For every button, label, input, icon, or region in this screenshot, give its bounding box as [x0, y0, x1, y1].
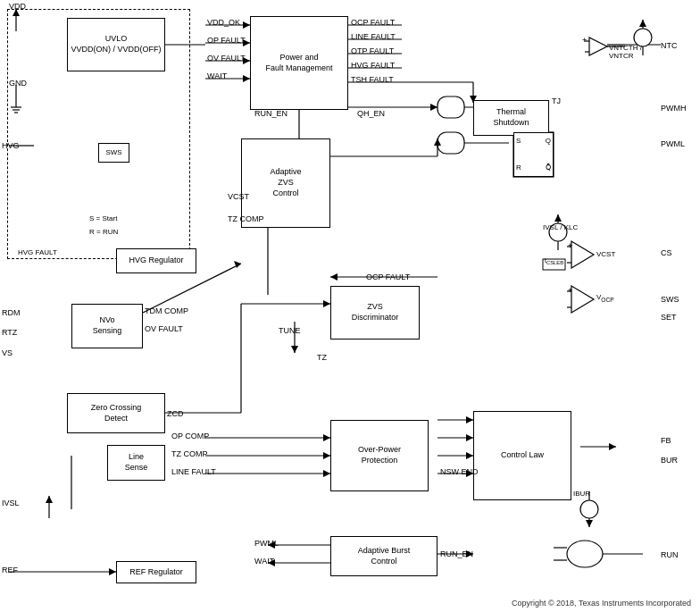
over-power-block: Over-Power Protection	[330, 420, 429, 491]
svg-marker-62	[466, 452, 473, 459]
tz-comp-lower-label: TZ COMP	[171, 449, 208, 458]
svg-marker-105	[554, 214, 562, 222]
svg-point-106	[580, 500, 598, 518]
r-label: R	[516, 163, 521, 172]
svg-marker-97	[571, 286, 594, 313]
qh-en-label: QH_EN	[357, 109, 385, 118]
ivsl-pin: IVSL	[2, 499, 20, 507]
tune-label: TUNE	[279, 326, 301, 335]
zero-crossing-block: Zero Crossing Detect	[67, 393, 165, 433]
ocp-fault-out-label: OCP FAULT	[351, 18, 395, 27]
vs-pin: VS	[2, 348, 12, 357]
tz-label: TZ	[317, 353, 327, 362]
svg-marker-58	[466, 416, 473, 423]
line-sense-block: Line Sense	[107, 445, 165, 481]
gnd-pin: GND	[9, 79, 27, 88]
ref-pin: REF	[2, 566, 18, 574]
svg-marker-66	[609, 443, 616, 450]
r-run-label: R = RUN	[89, 228, 118, 236]
svg-marker-56	[323, 470, 330, 477]
vcst-label: VCST	[228, 192, 249, 201]
svg-marker-91	[639, 20, 646, 27]
qbar-label: Q̄	[546, 163, 551, 172]
set-pin: SET	[661, 313, 677, 322]
svg-marker-60	[466, 434, 473, 441]
cs-pin: CS	[661, 248, 672, 257]
copyright-text: Copyright © 2018, Texas Instruments Inco…	[512, 599, 691, 608]
line-fault-out-label: LINE FAULT	[351, 32, 396, 41]
run-pin: RUN	[661, 550, 679, 559]
svg-marker-38	[434, 138, 441, 146]
vocp-label: VOCP	[596, 293, 614, 303]
hvg-regulator-block: HVG Regulator	[116, 248, 196, 273]
vdd-ok-label: VDD_OK	[207, 18, 240, 27]
vntcth-label: VNTCTH / VNTCR	[609, 36, 642, 60]
thermal-shutdown-block: Thermal Shutdown	[473, 100, 549, 136]
svg-text:+: +	[582, 36, 587, 45]
hvg-fault-lower-label: HVG FAULT	[18, 248, 57, 256]
svg-rect-33	[438, 132, 464, 154]
tz-comp-label: TZ COMP	[228, 214, 264, 223]
svg-marker-83	[589, 38, 607, 55]
svg-text:+: +	[568, 286, 572, 295]
svg-marker-9	[243, 21, 250, 29]
svg-marker-52	[323, 434, 330, 441]
rtz-pin: RTZ	[2, 328, 17, 337]
svg-text:+: +	[568, 241, 572, 250]
zvs-discriminator-block: ZVS Discriminator	[330, 286, 420, 340]
ov-fault-label: OV FAULT	[207, 54, 246, 63]
vdd-pin: VDD	[9, 2, 26, 11]
bur-pin: BUR	[661, 456, 678, 465]
ivsl-klc-label: IVSL / KLC	[543, 223, 578, 231]
zcd-label: ZCD	[167, 409, 184, 418]
wait-lower-label: WAIT	[254, 557, 274, 566]
svg-marker-29	[430, 104, 438, 111]
svg-marker-54	[323, 452, 330, 459]
ibur-label: IBUR	[573, 490, 590, 498]
svg-point-73	[567, 541, 603, 567]
fb-pin: FB	[661, 436, 671, 445]
pwmh-pin: PWMH	[661, 104, 687, 113]
power-fault-block: Power and Fault Management	[250, 16, 348, 110]
sws-block: SWS	[98, 143, 129, 163]
diagram-container: + + + UVLO VVDD(ON) /	[0, 0, 700, 612]
svg-marker-44	[291, 346, 298, 353]
svg-marker-15	[243, 75, 250, 82]
svg-marker-46	[234, 261, 241, 268]
wait-label: WAIT	[207, 71, 227, 80]
adaptive-burst-block: Adaptive Burst Control	[330, 536, 438, 576]
ov-fault-lower-label: OV FAULT	[145, 324, 183, 333]
ocp-fault-lower-label: OCP FAULT	[366, 272, 410, 281]
pwml-sig-label: PWML	[254, 539, 279, 548]
svg-marker-93	[571, 241, 594, 268]
line-fault-lower-label: LINE FAULT	[171, 467, 216, 476]
tsh-fault-label: TSH FAULT	[351, 75, 394, 84]
s-label: S	[516, 137, 521, 146]
svg-marker-42	[323, 300, 330, 307]
s-start-label: S = Start	[89, 214, 117, 222]
svg-marker-80	[109, 568, 116, 575]
svg-marker-50	[330, 273, 338, 281]
tcslesb-label: tCSLEB	[545, 257, 563, 265]
q-label: Q	[546, 137, 551, 146]
otp-fault-label: OTP FAULT	[351, 46, 394, 55]
run-en-lower-label: RUN_EN	[440, 549, 473, 558]
hvg-fault-out-label: HVG FAULT	[351, 61, 395, 70]
pwml-pin: PWML	[661, 139, 685, 148]
tdm-comp-label: TDM COMP	[145, 306, 188, 315]
ref-regulator-block: REF Regulator	[116, 561, 196, 583]
svg-marker-109	[586, 520, 593, 527]
vcst-right-label: VCST	[596, 250, 615, 258]
svg-rect-30	[438, 96, 464, 118]
sr-latch-block: S Q R Q̄	[513, 132, 554, 177]
op-fault-label: OP FAULT	[207, 36, 246, 45]
nsw-end-label: NSW END	[440, 467, 479, 476]
sws-pin-label: SWS	[661, 295, 679, 304]
hvg-pin: HVG	[2, 141, 20, 150]
run-en-label: RUN_EN	[254, 109, 288, 118]
nvo-sensing-block: NVo Sensing	[71, 304, 143, 348]
rdm-pin: RDM	[2, 308, 21, 317]
op-comp-label: OP COMP	[171, 432, 209, 440]
tj-label: TJ	[552, 96, 561, 105]
ntc-pin: NTC	[661, 41, 678, 50]
